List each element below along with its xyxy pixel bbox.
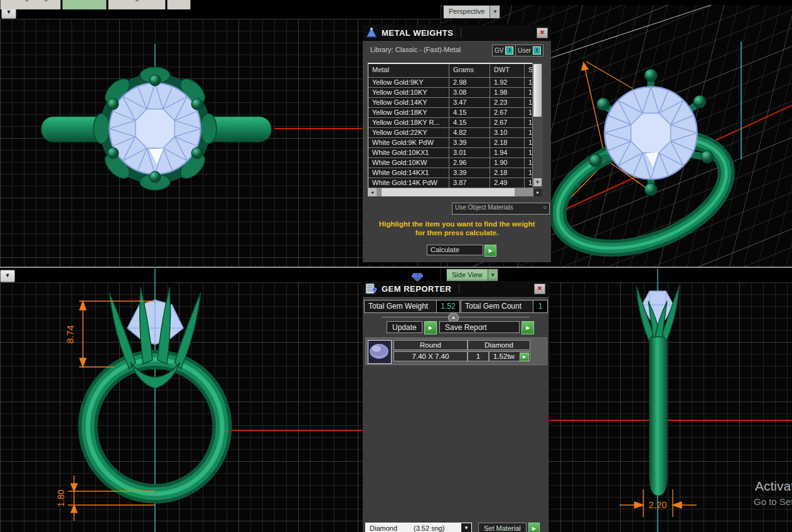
gv-toggle-button[interactable]: GV I	[492, 45, 516, 56]
viewport-tab-new[interactable]	[167, 0, 191, 9]
viewport-tab[interactable]: Side View	[62, 0, 107, 9]
metal-weights-titlebar[interactable]: METAL WEIGHTS	[363, 25, 551, 41]
cell-grams: 3.87	[449, 178, 490, 188]
table-row[interactable]: Yellow Gold:22KY4.823.1017.89	[368, 128, 543, 138]
cell-grams: 3.39	[449, 168, 490, 178]
gem-weight: 1.52tw ▶	[489, 351, 530, 361]
column-header[interactable]: DWT	[490, 64, 525, 77]
scrollbar-thumb[interactable]	[533, 64, 542, 117]
viewport-tab[interactable]: Looking Down	[108, 0, 166, 9]
gem-reporter-titlebar[interactable]: GEM REPORTER	[363, 281, 549, 297]
dimension-band-label: 1.80	[56, 489, 66, 506]
cell-metal: White Gold:14KX1	[368, 168, 449, 178]
cell-metal: White Gold:10KX1	[368, 148, 449, 157]
metal-weights-icon	[365, 26, 378, 39]
column-header[interactable]: Grams	[449, 64, 490, 77]
dimension-width-label: 2.20	[648, 499, 666, 510]
scrollbar-thumb[interactable]	[382, 188, 515, 196]
cell-dwt: 2.18	[490, 138, 525, 147]
cell-metal: Yellow Gold:18KY	[368, 108, 449, 117]
total-gem-count-value: 1	[533, 300, 548, 313]
activation-watermark-line1: Activat	[755, 479, 792, 494]
metal-table: MetalGramsDWTSPG Yellow Gold:9KY2.981.92…	[368, 63, 543, 188]
play-icon[interactable]: ▶	[484, 245, 496, 257]
calculate-label: Calculate	[427, 245, 483, 255]
gem-side-view	[127, 300, 183, 344]
gem-row[interactable]: Round Diamond 7.40 X 7.40 1 1.52tw ▶	[365, 338, 547, 365]
play-icon[interactable]: ▶	[424, 321, 437, 334]
gem-reporter-panel: GEM REPORTER ✕ Total Gem Weight 1.52 Tot…	[363, 281, 549, 532]
side-view-dropdown[interactable]: Side View ▼	[446, 269, 498, 282]
viewport-menu-button-bottom[interactable]: ▼	[0, 270, 15, 282]
user-toggle-button[interactable]: User I	[515, 45, 543, 56]
viewport-tab[interactable]: Through Finger	[0, 0, 61, 9]
cell-dwt: 2.18	[490, 168, 525, 178]
gem-reporter-title: GEM REPORTER	[382, 284, 451, 294]
metal-weights-title: METAL WEIGHTS	[382, 28, 453, 38]
gem-material: Diamond	[468, 340, 530, 350]
cell-grams: 3.47	[449, 98, 490, 107]
table-row[interactable]: White Gold:10KW2.961.9010.99	[368, 158, 543, 168]
set-material-button[interactable]: Set Material ▶	[478, 523, 540, 532]
column-header[interactable]: Metal	[368, 64, 449, 77]
cell-dwt: 3.10	[490, 128, 525, 137]
gem-shape: Round	[393, 340, 468, 350]
save-report-button[interactable]: Save Report ▶	[439, 321, 534, 333]
table-row[interactable]: Yellow Gold:9KY2.981.9211.08	[368, 78, 543, 88]
viewport-tabs: Through FingerSide ViewLooking Down	[0, 0, 192, 5]
metal-table-header: MetalGramsDWTSPG	[368, 64, 543, 78]
table-row[interactable]: White Gold:9K PdW3.392.1812.59	[368, 138, 543, 148]
cell-metal: Yellow Gold:14KY	[368, 98, 449, 107]
play-icon[interactable]: ▶	[520, 353, 529, 361]
vertical-scrollbar[interactable]: ▼	[532, 63, 543, 187]
cell-metal: White Gold:9K PdW	[368, 138, 449, 147]
perspective-view-label: Perspective	[444, 6, 490, 18]
table-row[interactable]: Yellow Gold:18KY4.152.6715.41	[368, 108, 543, 118]
cell-grams: 4.82	[449, 128, 490, 137]
table-row[interactable]: Yellow Gold:14KY3.472.2312.88	[368, 98, 543, 108]
total-gem-weight-label: Total Gem Weight	[364, 300, 443, 313]
cell-metal: Yellow Gold:10KY	[368, 88, 449, 97]
library-label: Library: Classic - (Fast)-Metal	[370, 46, 461, 53]
update-label: Update	[387, 321, 422, 333]
gem-reporter-icon	[365, 282, 378, 295]
radio-circle-icon: ○	[543, 204, 547, 213]
material-dropdown[interactable]: Diamond (3.52 sng) ▼	[365, 523, 472, 532]
cell-dwt: 1.98	[490, 88, 525, 97]
total-gem-weight-value: 1.52	[436, 300, 460, 313]
viewport-divider-horizontal[interactable]	[0, 267, 792, 268]
cell-dwt: 2.49	[490, 178, 525, 188]
close-icon[interactable]: ✕	[534, 284, 545, 294]
metal-weights-panel: METAL WEIGHTS ✕ Library: Classic - (Fast…	[363, 25, 551, 262]
table-row[interactable]: Yellow Gold:10KY3.081.9811.45	[368, 88, 543, 98]
table-row[interactable]: White Gold:14KX13.392.1812.61	[368, 168, 543, 178]
cell-dwt: 2.23	[490, 98, 525, 107]
calculate-button[interactable]: Calculate ▶	[427, 245, 496, 255]
chevron-down-icon: ▼	[461, 523, 471, 532]
material-detail: (3.52 sng)	[414, 523, 461, 532]
gem-size: 7.40 X 7.40	[393, 351, 468, 361]
save-report-label: Save Report	[439, 321, 520, 333]
update-button[interactable]: Update ▶	[387, 321, 437, 333]
set-material-label: Set Material	[478, 523, 527, 532]
cell-dwt: 2.67	[490, 108, 525, 117]
cell-grams: 3.01	[449, 148, 490, 157]
cell-grams: 2.96	[449, 158, 490, 168]
scroll-left-icon[interactable]: ◂	[368, 188, 377, 196]
use-object-materials-control[interactable]: Use Object Materials ○	[452, 203, 550, 215]
table-row[interactable]: Yellow Gold:18KY R...4.152.6715.41	[368, 118, 543, 128]
play-icon[interactable]: ▶	[528, 523, 540, 532]
material-name: Diamond	[366, 523, 414, 532]
gem-top-view	[604, 87, 697, 179]
perspective-view-dropdown[interactable]: Perspective ▼	[443, 5, 500, 19]
scroll-right-icon[interactable]: ▸	[533, 188, 542, 196]
horizontal-scrollbar[interactable]: ◂ ▸	[368, 188, 542, 196]
table-row[interactable]: White Gold:10KX13.011.9411.18	[368, 148, 543, 158]
scroll-down-icon[interactable]: ▼	[533, 178, 542, 186]
total-gem-count-label: Total Gem Count	[461, 300, 540, 313]
gem-thumbnail[interactable]	[368, 340, 392, 364]
table-row[interactable]: White Gold:14K PdW3.872.4914.37	[368, 178, 543, 188]
play-icon[interactable]: ▶	[522, 321, 534, 334]
close-icon[interactable]: ✕	[537, 28, 548, 38]
cell-dwt: 1.90	[490, 158, 525, 168]
